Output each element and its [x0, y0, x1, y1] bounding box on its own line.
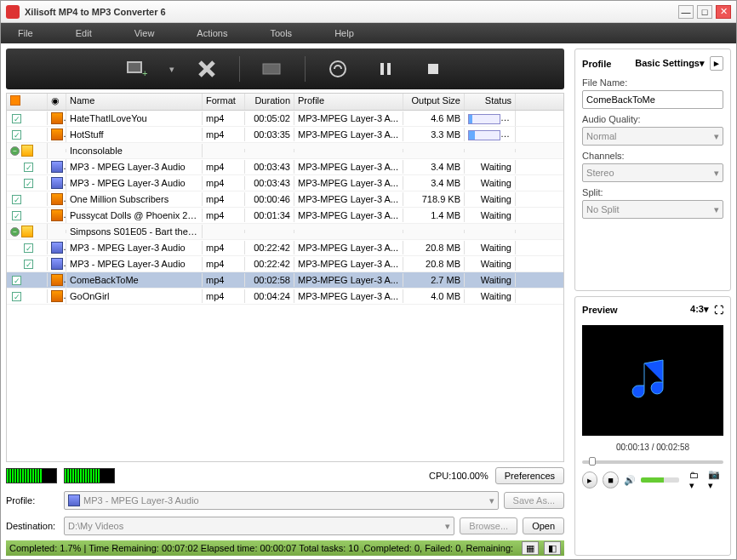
row-name: GoOnGirl [66, 289, 203, 303]
preferences-button[interactable]: Preferences [495, 467, 564, 484]
video-icon [51, 193, 63, 205]
window-title: Xilisoft MP4 to MP3 Converter 6 [25, 7, 678, 17]
filename-input[interactable]: ComeBackToMe [582, 90, 723, 109]
pause-button[interactable] [370, 54, 401, 84]
seek-slider[interactable] [582, 460, 723, 464]
table-row[interactable]: ✓MP3 - MPEG Layer-3 Audiomp400:22:42MP3-… [7, 240, 563, 256]
cpu-bar: CPU:100.00% Preferences [6, 466, 564, 486]
video-icon [51, 290, 63, 302]
table-row[interactable]: ✓MP3 - MPEG Layer-3 Audiomp400:03:43MP3-… [7, 175, 563, 191]
name-header[interactable]: Name [66, 94, 203, 110]
select-all-checkbox[interactable] [10, 95, 20, 106]
row-name: MP3 - MPEG Layer-3 Audio [66, 176, 203, 190]
row-checkbox[interactable]: ✓ [12, 195, 21, 204]
aspect-ratio-dropdown[interactable]: 4:3▾ [690, 304, 709, 315]
table-row[interactable]: ✓HotStuffmp400:03:35MP3-MPEG Layer-3 A..… [7, 127, 563, 143]
menu-view[interactable]: View [134, 28, 155, 38]
maximize-button[interactable]: □ [697, 5, 712, 19]
menu-edit[interactable]: Edit [76, 28, 92, 38]
volume-slider[interactable] [641, 477, 679, 483]
cpu-graph-2 [64, 468, 115, 483]
table-row[interactable]: ✓HateThatILoveYoump400:05:02MP3-MPEG Lay… [7, 111, 563, 127]
menu-actions[interactable]: Actions [197, 28, 227, 38]
table-row[interactable]: ✓MP3 - MPEG Layer-3 Audiomp400:03:43MP3-… [7, 159, 563, 175]
row-name: HotStuff [66, 128, 203, 141]
browse-button[interactable]: Browse... [460, 517, 517, 534]
settings-expand-button[interactable]: ▸ [710, 56, 723, 71]
row-checkbox[interactable]: ✓ [24, 260, 33, 269]
add-file-button[interactable]: + [122, 54, 152, 84]
table-row[interactable]: −Simpsons S01E05 - Bart the G... [7, 224, 563, 240]
type-header[interactable]: ◉ [48, 94, 66, 110]
volume-icon[interactable]: 🔊 [624, 475, 636, 486]
close-button[interactable]: ✕ [716, 5, 731, 19]
status-actions-button[interactable]: ◧ [544, 541, 561, 555]
snapshot-button[interactable]: 📷▾ [708, 469, 723, 491]
table-row[interactable]: ✓ComeBackToMemp400:02:58MP3-MPEG Layer-3… [7, 272, 563, 289]
table-row[interactable]: ✓Pussycat Dolls @ Phoenix 24...mp400:01:… [7, 208, 563, 224]
profile-panel: Profile Basic Settings▾ ▸ File Name: Com… [574, 49, 731, 291]
audio-icon [51, 258, 63, 270]
preview-panel: Preview 4:3▾ ⛶ 00:00:13 / 00:02:58 ▸ ■ 🔊… [574, 296, 731, 556]
row-checkbox[interactable]: ✓ [12, 211, 21, 220]
quality-combo[interactable]: Normal▾ [582, 127, 723, 146]
stop-preview-button[interactable]: ■ [603, 471, 618, 489]
play-button[interactable]: ▸ [582, 471, 597, 489]
stop-button[interactable] [418, 54, 448, 84]
menu-tools[interactable]: Tools [270, 28, 292, 38]
main-toolbar: + ▾ [6, 49, 564, 89]
row-checkbox[interactable]: ✓ [24, 179, 33, 188]
split-combo[interactable]: No Split▾ [582, 200, 723, 219]
format-header[interactable]: Format [203, 94, 245, 110]
audio-icon [51, 161, 63, 173]
profile-label: Profile: [6, 495, 59, 506]
audio-icon [51, 177, 63, 189]
row-name: HateThatILoveYou [66, 111, 203, 125]
row-name: MP3 - MPEG Layer-3 Audio [66, 257, 203, 271]
minimize-button[interactable]: — [678, 5, 694, 19]
status-report-button[interactable]: ▦ [522, 541, 539, 555]
settings-dropdown[interactable]: Basic Settings▾ [635, 58, 705, 69]
duration-header[interactable]: Duration [245, 94, 294, 110]
save-as-button[interactable]: Save As... [504, 492, 565, 509]
open-button[interactable]: Open [523, 517, 564, 534]
cpu-graph-1 [6, 468, 57, 483]
clip-button[interactable] [257, 54, 288, 84]
fullscreen-icon[interactable]: ⛶ [714, 305, 723, 315]
convert-button[interactable] [323, 54, 353, 84]
menu-help[interactable]: Help [334, 28, 354, 38]
profile-combo[interactable]: MP3 - MPEG Layer-3 Audio▾ [64, 491, 499, 510]
svg-rect-7 [428, 64, 438, 74]
row-checkbox[interactable]: ✓ [12, 276, 21, 285]
row-checkbox[interactable]: ✓ [12, 292, 21, 301]
table-row[interactable]: ✓MP3 - MPEG Layer-3 Audiomp400:22:42MP3-… [7, 256, 563, 272]
file-grid[interactable]: ◉ Name Format Duration Profile Output Si… [6, 93, 564, 462]
preview-time: 00:00:13 / 00:02:58 [582, 443, 723, 452]
preview-video[interactable] [582, 325, 723, 436]
destination-combo[interactable]: D:\My Videos▾ [64, 517, 454, 535]
expand-icon[interactable]: − [10, 146, 20, 156]
profile-header[interactable]: Profile [294, 94, 403, 110]
menu-file[interactable]: File [18, 28, 33, 38]
remove-button[interactable] [191, 54, 222, 84]
quality-label: Audio Quality: [582, 114, 723, 124]
size-header[interactable]: Output Size [403, 94, 465, 110]
audio-icon [51, 242, 63, 254]
app-logo [6, 5, 20, 19]
row-checkbox[interactable]: ✓ [12, 114, 21, 123]
table-row[interactable]: ✓One Million Subscribersmp400:00:46MP3-M… [7, 191, 563, 208]
row-checkbox[interactable]: ✓ [12, 130, 21, 140]
row-checkbox[interactable]: ✓ [24, 163, 33, 172]
expand-icon[interactable]: − [10, 227, 20, 237]
folder-icon [21, 226, 33, 237]
channels-combo[interactable]: Stereo▾ [582, 163, 723, 182]
table-row[interactable]: ✓GoOnGirlmp400:04:24MP3-MPEG Layer-3 A..… [7, 289, 563, 305]
video-icon [51, 209, 63, 221]
snapshot-folder-button[interactable]: 🗀▾ [689, 470, 702, 491]
row-name: MP3 - MPEG Layer-3 Audio [66, 241, 203, 254]
svg-rect-5 [380, 63, 384, 75]
row-checkbox[interactable]: ✓ [24, 243, 33, 253]
table-row[interactable]: −Inconsolable [7, 143, 563, 159]
status-header[interactable]: Status [465, 94, 516, 110]
destination-label: Destination: [6, 521, 59, 531]
